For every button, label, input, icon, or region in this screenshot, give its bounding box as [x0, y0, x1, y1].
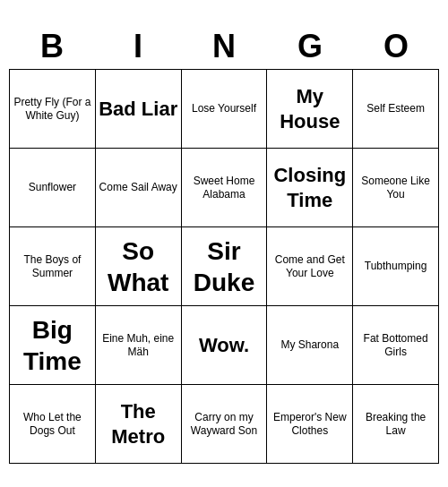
bingo-cell-16: Eine Muh, eine Mäh	[96, 306, 182, 385]
bingo-cell-9: Someone Like You	[353, 149, 439, 227]
bingo-cell-2: Lose Yourself	[182, 70, 268, 149]
bingo-cell-0: Pretty Fly (For a White Guy)	[10, 70, 96, 149]
bingo-cell-21: The Metro	[96, 385, 182, 464]
bingo-cell-7: Sweet Home Alabama	[182, 149, 268, 227]
bingo-cell-15: Big Time	[10, 306, 96, 385]
bingo-cell-23: Emperor's New Clothes	[267, 385, 353, 464]
bingo-header: BINGO	[9, 23, 439, 69]
bingo-grid: Pretty Fly (For a White Guy)Bad LiarLose…	[9, 69, 439, 464]
bingo-cell-4: Self Esteem	[353, 70, 439, 149]
bingo-cell-18: My Sharona	[267, 306, 353, 385]
bingo-cell-19: Fat Bottomed Girls	[353, 306, 439, 385]
bingo-cell-1: Bad Liar	[96, 70, 182, 149]
bingo-cell-14: Tubthumping	[353, 227, 439, 306]
header-letter-i: I	[95, 23, 181, 69]
header-letter-o: O	[353, 23, 439, 69]
bingo-cell-11: So What	[96, 227, 182, 306]
bingo-card: BINGO Pretty Fly (For a White Guy)Bad Li…	[9, 23, 439, 464]
header-letter-n: N	[181, 23, 267, 69]
bingo-cell-5: Sunflower	[10, 149, 96, 227]
bingo-cell-12: Sir Duke	[182, 227, 268, 306]
bingo-cell-13: Come and Get Your Love	[267, 227, 353, 306]
bingo-cell-6: Come Sail Away	[96, 149, 182, 227]
bingo-cell-8: Closing Time	[267, 149, 353, 227]
bingo-cell-20: Who Let the Dogs Out	[10, 385, 96, 464]
bingo-cell-10: The Boys of Summer	[10, 227, 96, 306]
header-letter-g: G	[267, 23, 353, 69]
bingo-cell-3: My House	[267, 70, 353, 149]
header-letter-b: B	[9, 23, 95, 69]
bingo-cell-17: Wow.	[182, 306, 268, 385]
bingo-cell-24: Breaking the Law	[353, 385, 439, 464]
bingo-cell-22: Carry on my Wayward Son	[182, 385, 268, 464]
